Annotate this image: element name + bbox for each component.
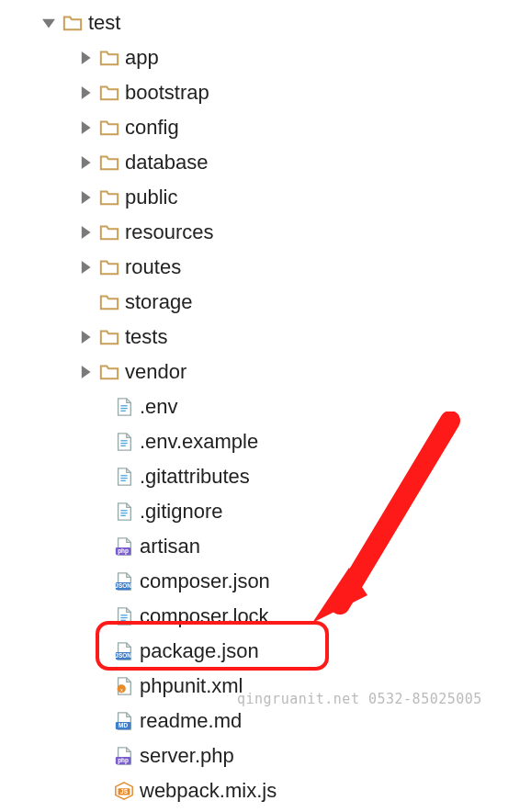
file-icon: php	[114, 536, 134, 557]
svg-marker-3	[82, 121, 91, 134]
chevron-right-icon[interactable]	[77, 154, 94, 171]
svg-marker-4	[82, 156, 91, 169]
svg-rect-14	[120, 443, 127, 444]
svg-rect-10	[120, 405, 127, 406]
chevron-right-icon[interactable]	[77, 329, 94, 345]
svg-text:php: php	[118, 547, 129, 555]
tree-file[interactable]: JS webpack.mix.js	[0, 773, 531, 808]
svg-rect-17	[120, 478, 127, 479]
tree-folder[interactable]: database	[0, 145, 531, 180]
tree-file[interactable]: x phpunit.xml	[0, 669, 531, 704]
tree-folder[interactable]: bootstrap	[0, 75, 531, 110]
tree-folder[interactable]: storage	[0, 285, 531, 320]
svg-marker-1	[82, 51, 91, 64]
tree-file[interactable]: JSON composer.json	[0, 564, 531, 599]
file-label: .gitignore	[140, 500, 223, 524]
folder-label: vendor	[125, 360, 186, 384]
folder-label: routes	[125, 255, 181, 279]
svg-text:MD: MD	[119, 722, 128, 728]
file-label: server.php	[140, 744, 234, 768]
folder-icon	[99, 187, 119, 208]
svg-rect-27	[120, 617, 127, 618]
folder-icon	[99, 83, 119, 103]
file-label: webpack.mix.js	[140, 779, 277, 803]
file-label: package.json	[140, 639, 259, 663]
tree-file[interactable]: MD readme.md	[0, 704, 531, 739]
svg-text:JS: JS	[120, 788, 129, 795]
file-label: readme.md	[140, 709, 242, 733]
file-label: .env	[140, 395, 178, 419]
file-label: .gitattributes	[140, 465, 250, 489]
chevron-right-icon[interactable]	[77, 224, 94, 241]
svg-rect-11	[120, 408, 127, 409]
svg-marker-7	[82, 261, 91, 274]
tree-file[interactable]: php artisan	[0, 529, 531, 564]
folder-label: bootstrap	[125, 81, 209, 105]
folder-icon	[99, 327, 119, 347]
folder-icon	[99, 292, 119, 312]
tree-folder[interactable]: config	[0, 110, 531, 145]
chevron-down-icon[interactable]	[40, 15, 57, 31]
chevron-right-icon[interactable]	[77, 364, 94, 380]
svg-rect-19	[120, 510, 127, 511]
tree-file[interactable]: JSON package.json	[0, 634, 531, 669]
svg-marker-2	[82, 86, 91, 99]
folder-label: database	[125, 151, 209, 175]
file-icon: JS	[114, 781, 134, 801]
svg-marker-0	[42, 19, 55, 28]
tree-folder[interactable]: app	[0, 40, 531, 75]
chevron-right-icon[interactable]	[77, 259, 94, 276]
tree-folder-root[interactable]: test	[0, 6, 531, 40]
file-icon: php	[114, 746, 134, 766]
folder-icon	[99, 257, 119, 277]
folder-label: app	[125, 46, 159, 70]
svg-marker-8	[82, 331, 91, 344]
tree-file[interactable]: .gitattributes	[0, 459, 531, 494]
svg-rect-28	[120, 620, 126, 621]
file-label: composer.json	[140, 570, 270, 593]
tree-file[interactable]: .env.example	[0, 424, 531, 459]
chevron-right-icon[interactable]	[77, 119, 94, 136]
tree-file[interactable]: .env	[0, 389, 531, 424]
folder-label: resources	[125, 220, 214, 244]
chevron-right-icon[interactable]	[77, 294, 94, 310]
svg-text:x: x	[120, 687, 123, 693]
folder-icon	[99, 48, 119, 68]
tree-folder[interactable]: tests	[0, 320, 531, 355]
svg-marker-6	[82, 226, 91, 239]
folder-icon	[62, 13, 83, 33]
svg-marker-9	[82, 366, 91, 378]
tree-file[interactable]: composer.lock	[0, 599, 531, 634]
chevron-right-icon[interactable]	[77, 50, 94, 66]
tree-file[interactable]: .gitignore	[0, 494, 531, 529]
file-icon	[114, 467, 134, 487]
folder-icon	[99, 118, 119, 138]
file-icon: JSON	[114, 571, 134, 592]
file-icon: JSON	[114, 641, 134, 661]
file-icon	[114, 397, 134, 417]
file-label: .env.example	[140, 430, 258, 454]
folder-label: test	[88, 11, 120, 35]
tree-file[interactable]: php server.php	[0, 739, 531, 773]
svg-marker-5	[82, 191, 91, 204]
svg-rect-26	[120, 615, 127, 615]
svg-rect-18	[120, 480, 126, 481]
tree-folder[interactable]: resources	[0, 215, 531, 250]
tree-folder[interactable]: routes	[0, 250, 531, 285]
folder-icon	[99, 362, 119, 382]
svg-text:JSON: JSON	[115, 582, 131, 589]
svg-rect-13	[120, 440, 127, 441]
file-tree: test app bootstrap config database publi…	[0, 0, 531, 808]
chevron-right-icon[interactable]	[77, 85, 94, 101]
folder-icon	[99, 152, 119, 173]
file-icon	[114, 606, 134, 626]
chevron-right-icon[interactable]	[77, 189, 94, 206]
tree-folder[interactable]: vendor	[0, 355, 531, 389]
tree-folder[interactable]: public	[0, 180, 531, 215]
file-label: phpunit.xml	[140, 674, 243, 698]
file-icon: x	[114, 676, 134, 696]
svg-rect-15	[120, 445, 126, 446]
folder-label: config	[125, 116, 179, 140]
folder-label: storage	[125, 290, 192, 314]
file-label: artisan	[140, 535, 200, 558]
